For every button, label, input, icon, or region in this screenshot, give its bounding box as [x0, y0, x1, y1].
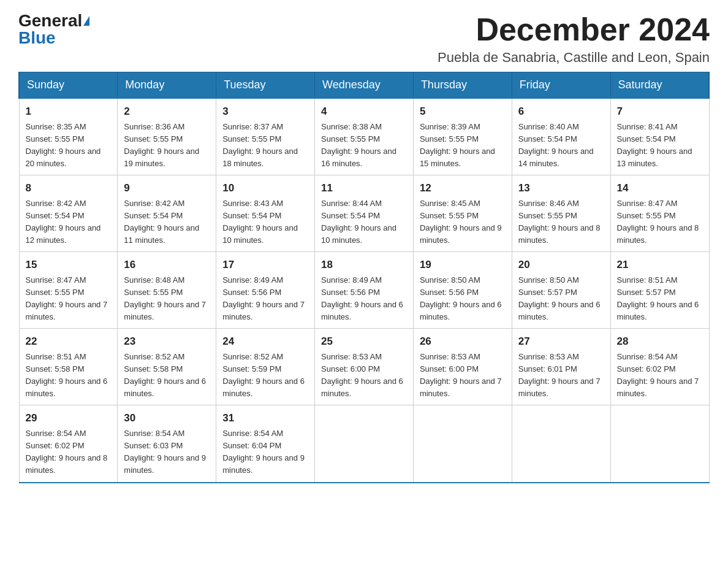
day-number: 15 — [26, 257, 112, 273]
day-number: 31 — [222, 410, 308, 426]
calendar-cell: 14Sunrise: 8:47 AMSunset: 5:55 PMDayligh… — [610, 175, 709, 252]
day-number: 22 — [26, 334, 112, 350]
day-number: 18 — [321, 257, 407, 273]
day-number: 4 — [321, 104, 407, 120]
logo-blue-text: Blue — [18, 29, 56, 47]
calendar-cell: 20Sunrise: 8:50 AMSunset: 5:57 PMDayligh… — [512, 252, 610, 329]
day-info: Sunrise: 8:47 AMSunset: 5:55 PMDaylight:… — [26, 274, 112, 324]
location-title: Puebla de Sanabria, Castille and Leon, S… — [438, 50, 710, 66]
day-header-sunday: Sunday — [19, 72, 118, 99]
calendar-cell: 10Sunrise: 8:43 AMSunset: 5:54 PMDayligh… — [216, 175, 315, 252]
day-info: Sunrise: 8:48 AMSunset: 5:55 PMDaylight:… — [124, 274, 210, 324]
week-row-4: 22Sunrise: 8:51 AMSunset: 5:58 PMDayligh… — [19, 329, 709, 405]
day-header-friday: Friday — [512, 72, 610, 99]
week-row-5: 29Sunrise: 8:54 AMSunset: 6:02 PMDayligh… — [19, 405, 709, 483]
day-info: Sunrise: 8:46 AMSunset: 5:55 PMDaylight:… — [518, 197, 604, 247]
day-info: Sunrise: 8:49 AMSunset: 5:56 PMDaylight:… — [321, 274, 407, 324]
day-info: Sunrise: 8:41 AMSunset: 5:54 PMDaylight:… — [617, 121, 703, 170]
day-number: 20 — [518, 257, 604, 273]
day-info: Sunrise: 8:50 AMSunset: 5:57 PMDaylight:… — [518, 274, 604, 324]
day-info: Sunrise: 8:38 AMSunset: 5:55 PMDaylight:… — [321, 121, 407, 170]
day-info: Sunrise: 8:50 AMSunset: 5:56 PMDaylight:… — [420, 274, 506, 324]
day-info: Sunrise: 8:54 AMSunset: 6:03 PMDaylight:… — [124, 427, 210, 477]
calendar-cell: 17Sunrise: 8:49 AMSunset: 5:56 PMDayligh… — [216, 252, 315, 329]
page-header: General Blue December 2024 Puebla de San… — [18, 12, 710, 66]
day-number: 10 — [222, 180, 308, 196]
day-info: Sunrise: 8:49 AMSunset: 5:56 PMDaylight:… — [222, 274, 308, 324]
calendar-cell: 30Sunrise: 8:54 AMSunset: 6:03 PMDayligh… — [118, 405, 216, 483]
week-row-1: 1Sunrise: 8:35 AMSunset: 5:55 PMDaylight… — [19, 98, 709, 175]
calendar-cell: 31Sunrise: 8:54 AMSunset: 6:04 PMDayligh… — [216, 405, 315, 483]
calendar-cell: 23Sunrise: 8:52 AMSunset: 5:58 PMDayligh… — [118, 329, 216, 405]
calendar-cell: 8Sunrise: 8:42 AMSunset: 5:54 PMDaylight… — [19, 175, 118, 252]
day-info: Sunrise: 8:51 AMSunset: 5:57 PMDaylight:… — [617, 274, 703, 324]
logo-triangle-icon — [83, 16, 89, 26]
day-info: Sunrise: 8:52 AMSunset: 5:58 PMDaylight:… — [124, 351, 210, 400]
day-number: 28 — [617, 334, 703, 350]
title-block: December 2024 Puebla de Sanabria, Castil… — [438, 12, 710, 66]
day-info: Sunrise: 8:47 AMSunset: 5:55 PMDaylight:… — [617, 197, 703, 247]
calendar-cell: 27Sunrise: 8:53 AMSunset: 6:01 PMDayligh… — [512, 329, 610, 405]
calendar-cell — [512, 405, 610, 483]
day-number: 5 — [420, 104, 506, 120]
calendar-cell: 25Sunrise: 8:53 AMSunset: 6:00 PMDayligh… — [315, 329, 414, 405]
day-info: Sunrise: 8:45 AMSunset: 5:55 PMDaylight:… — [420, 197, 506, 247]
day-number: 6 — [518, 104, 604, 120]
day-number: 17 — [222, 257, 308, 273]
week-row-3: 15Sunrise: 8:47 AMSunset: 5:55 PMDayligh… — [19, 252, 709, 329]
calendar-cell: 9Sunrise: 8:42 AMSunset: 5:54 PMDaylight… — [118, 175, 216, 252]
calendar-cell — [610, 405, 709, 483]
calendar-cell: 12Sunrise: 8:45 AMSunset: 5:55 PMDayligh… — [413, 175, 512, 252]
day-number: 2 — [124, 104, 210, 120]
week-row-2: 8Sunrise: 8:42 AMSunset: 5:54 PMDaylight… — [19, 175, 709, 252]
day-info: Sunrise: 8:53 AMSunset: 6:00 PMDaylight:… — [321, 351, 407, 400]
calendar-cell — [315, 405, 414, 483]
calendar-cell: 6Sunrise: 8:40 AMSunset: 5:54 PMDaylight… — [512, 98, 610, 175]
day-number: 12 — [420, 180, 506, 196]
day-info: Sunrise: 8:42 AMSunset: 5:54 PMDaylight:… — [124, 197, 210, 247]
calendar-cell: 24Sunrise: 8:52 AMSunset: 5:59 PMDayligh… — [216, 329, 315, 405]
day-number: 19 — [420, 257, 506, 273]
calendar-cell: 11Sunrise: 8:44 AMSunset: 5:54 PMDayligh… — [315, 175, 414, 252]
calendar-cell: 28Sunrise: 8:54 AMSunset: 6:02 PMDayligh… — [610, 329, 709, 405]
day-number: 30 — [124, 410, 210, 426]
day-number: 23 — [124, 334, 210, 350]
day-info: Sunrise: 8:53 AMSunset: 6:01 PMDaylight:… — [518, 351, 604, 400]
logo: General Blue — [18, 12, 89, 47]
calendar-cell: 29Sunrise: 8:54 AMSunset: 6:02 PMDayligh… — [19, 405, 118, 483]
day-number: 24 — [222, 334, 308, 350]
day-number: 27 — [518, 334, 604, 350]
calendar-cell: 1Sunrise: 8:35 AMSunset: 5:55 PMDaylight… — [19, 98, 118, 175]
day-info: Sunrise: 8:37 AMSunset: 5:55 PMDaylight:… — [222, 121, 308, 170]
day-info: Sunrise: 8:42 AMSunset: 5:54 PMDaylight:… — [26, 197, 112, 247]
day-info: Sunrise: 8:36 AMSunset: 5:55 PMDaylight:… — [124, 121, 210, 170]
day-number: 21 — [617, 257, 703, 273]
calendar-cell: 16Sunrise: 8:48 AMSunset: 5:55 PMDayligh… — [118, 252, 216, 329]
day-info: Sunrise: 8:54 AMSunset: 6:02 PMDaylight:… — [26, 427, 112, 477]
calendar-cell: 5Sunrise: 8:39 AMSunset: 5:55 PMDaylight… — [413, 98, 512, 175]
day-number: 11 — [321, 180, 407, 196]
day-info: Sunrise: 8:52 AMSunset: 5:59 PMDaylight:… — [222, 351, 308, 400]
day-info: Sunrise: 8:35 AMSunset: 5:55 PMDaylight:… — [26, 121, 112, 170]
day-info: Sunrise: 8:51 AMSunset: 5:58 PMDaylight:… — [26, 351, 112, 400]
day-header-saturday: Saturday — [610, 72, 709, 99]
day-info: Sunrise: 8:54 AMSunset: 6:02 PMDaylight:… — [617, 351, 703, 400]
day-info: Sunrise: 8:40 AMSunset: 5:54 PMDaylight:… — [518, 121, 604, 170]
day-number: 9 — [124, 180, 210, 196]
days-of-week-row: SundayMondayTuesdayWednesdayThursdayFrid… — [19, 72, 709, 99]
calendar-cell: 3Sunrise: 8:37 AMSunset: 5:55 PMDaylight… — [216, 98, 315, 175]
day-number: 13 — [518, 180, 604, 196]
calendar-cell: 19Sunrise: 8:50 AMSunset: 5:56 PMDayligh… — [413, 252, 512, 329]
day-header-wednesday: Wednesday — [315, 72, 414, 99]
day-header-thursday: Thursday — [413, 72, 512, 99]
day-number: 3 — [222, 104, 308, 120]
calendar-cell: 7Sunrise: 8:41 AMSunset: 5:54 PMDaylight… — [610, 98, 709, 175]
day-header-tuesday: Tuesday — [216, 72, 315, 99]
day-info: Sunrise: 8:39 AMSunset: 5:55 PMDaylight:… — [420, 121, 506, 170]
day-number: 16 — [124, 257, 210, 273]
day-info: Sunrise: 8:44 AMSunset: 5:54 PMDaylight:… — [321, 197, 407, 247]
day-info: Sunrise: 8:54 AMSunset: 6:04 PMDaylight:… — [222, 427, 308, 477]
day-number: 25 — [321, 334, 407, 350]
calendar-cell: 4Sunrise: 8:38 AMSunset: 5:55 PMDaylight… — [315, 98, 414, 175]
calendar-cell: 13Sunrise: 8:46 AMSunset: 5:55 PMDayligh… — [512, 175, 610, 252]
